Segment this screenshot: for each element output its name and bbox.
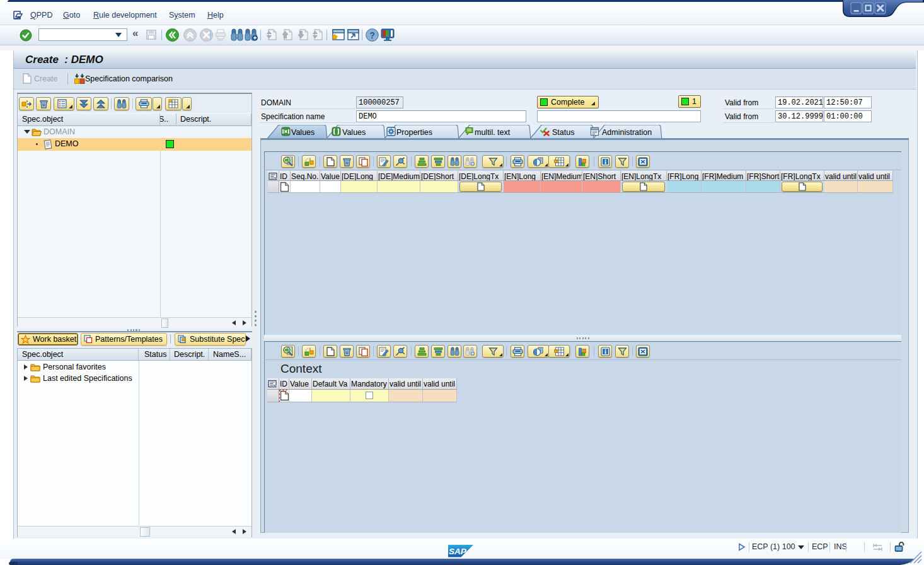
svg-text:?: ?	[369, 30, 375, 40]
svg-text:SAP: SAP	[449, 547, 467, 556]
